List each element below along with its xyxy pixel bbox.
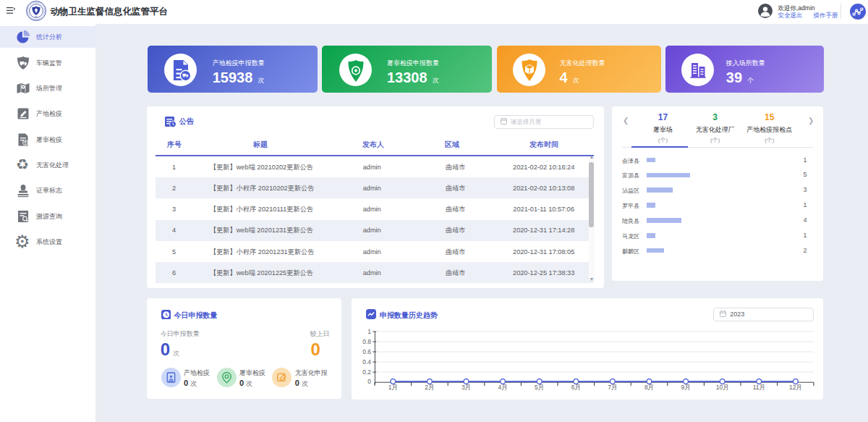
- svg-text:3月: 3月: [461, 384, 471, 391]
- svg-text:0.4: 0.4: [362, 358, 371, 366]
- svg-text:1: 1: [367, 328, 371, 335]
- svg-text:8月: 8月: [644, 384, 654, 391]
- svg-text:7月: 7月: [608, 384, 617, 391]
- svg-text:5月: 5月: [535, 384, 544, 391]
- svg-text:0: 0: [367, 378, 371, 385]
- svg-text:0.2: 0.2: [362, 368, 371, 376]
- svg-text:0.8: 0.8: [362, 338, 371, 345]
- svg-text:0.6: 0.6: [362, 348, 371, 355]
- svg-text:11月: 11月: [753, 384, 765, 391]
- svg-text:4月: 4月: [498, 384, 507, 391]
- svg-text:9月: 9月: [681, 384, 690, 391]
- svg-text:6月: 6月: [571, 384, 581, 391]
- svg-text:2月: 2月: [425, 384, 434, 391]
- svg-text:1月: 1月: [388, 384, 398, 391]
- svg-text:10月: 10月: [716, 384, 729, 391]
- svg-text:12月: 12月: [789, 384, 802, 391]
